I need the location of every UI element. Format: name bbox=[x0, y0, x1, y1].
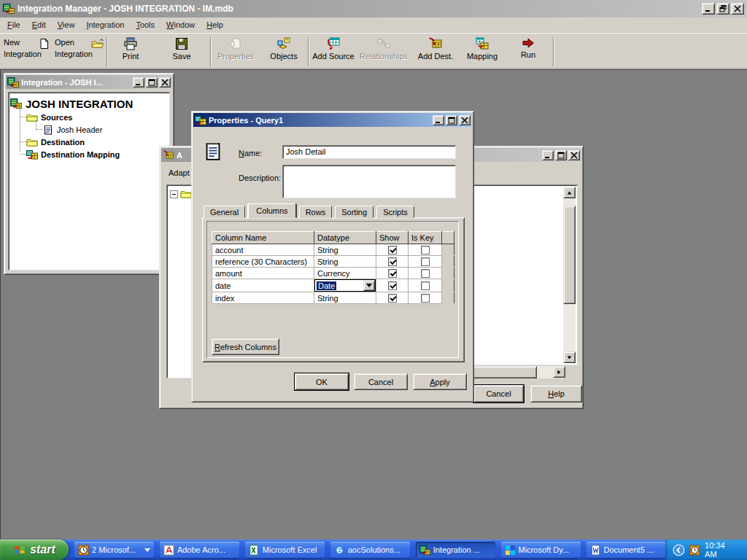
taskbar-item-document5[interactable]: Document5 ... bbox=[587, 542, 666, 558]
adapter-label: Adapt bbox=[169, 168, 190, 177]
show-checkbox[interactable] bbox=[388, 281, 397, 290]
dialog-close-button[interactable] bbox=[459, 115, 471, 125]
show-checkbox[interactable] bbox=[388, 269, 397, 278]
tree-item-destination[interactable]: Destination bbox=[26, 136, 168, 148]
integration-manager-app-icon bbox=[3, 3, 15, 15]
menu-window[interactable]: Window bbox=[160, 18, 201, 31]
ok-button[interactable]: OK bbox=[295, 373, 349, 390]
taskbar-item-adobe[interactable]: Adobe Acro... bbox=[160, 542, 239, 558]
integration-window-titlebar[interactable]: Integration - JOSH I... bbox=[6, 75, 172, 89]
open-folder-icon bbox=[90, 38, 105, 50]
adapter-help-button[interactable]: Help bbox=[530, 385, 582, 402]
toolbar-print-button[interactable]: Print bbox=[108, 36, 153, 68]
is-key-checkbox[interactable] bbox=[421, 257, 430, 266]
integration-minimize-button[interactable] bbox=[133, 77, 144, 88]
description-label: Description: bbox=[239, 174, 281, 182]
refresh-columns-button[interactable]: Refresh Columns bbox=[212, 338, 279, 355]
cell-column-name[interactable]: date bbox=[212, 279, 314, 292]
toolbar: New Integration Open Integration Print S… bbox=[0, 33, 747, 69]
menu-view[interactable]: View bbox=[52, 18, 81, 31]
tree-item-sources[interactable]: Sources bbox=[26, 111, 168, 123]
header-show[interactable]: Show bbox=[376, 232, 409, 244]
main-minimize-button[interactable] bbox=[702, 3, 715, 15]
main-restore-button[interactable] bbox=[716, 3, 729, 15]
toolbar-add-source-button[interactable]: Add Source bbox=[311, 36, 356, 68]
header-column-name[interactable]: Column Name bbox=[212, 232, 314, 244]
add-source-icon bbox=[326, 37, 341, 50]
cell-column-name[interactable]: amount bbox=[212, 268, 314, 279]
menu-file[interactable]: File bbox=[1, 18, 26, 31]
show-checkbox[interactable] bbox=[388, 294, 397, 303]
taskbar-item-microsoft-group[interactable]: 2 Microsof... bbox=[74, 542, 154, 558]
scroll-down-button[interactable] bbox=[563, 351, 576, 363]
adapter-close-button[interactable] bbox=[568, 150, 580, 160]
adapter-cancel-button[interactable]: Cancel bbox=[473, 385, 524, 402]
toolbar-add-dest-button[interactable]: Add Dest. bbox=[414, 36, 457, 68]
tab-sorting[interactable]: Sorting bbox=[335, 206, 374, 218]
menu-integration[interactable]: Integration bbox=[80, 18, 130, 31]
windows-flag-icon bbox=[13, 544, 26, 556]
minimize-icon bbox=[544, 152, 551, 159]
toolbar-mapping-button[interactable]: Mapping bbox=[461, 36, 503, 68]
scroll-right-button[interactable] bbox=[553, 366, 565, 378]
toolbar-run-button[interactable]: Run bbox=[511, 36, 546, 68]
taskbar-item-dynamics[interactable]: Microsoft Dy... bbox=[501, 542, 581, 558]
adapter-minimize-button[interactable] bbox=[542, 150, 554, 160]
is-key-checkbox[interactable] bbox=[421, 281, 430, 290]
is-key-checkbox[interactable] bbox=[421, 246, 430, 254]
cell-datatype[interactable]: String bbox=[314, 292, 376, 304]
taskbar-item-excel[interactable]: Microsoft Excel bbox=[245, 542, 325, 558]
name-label: Name: bbox=[239, 149, 262, 158]
tab-scripts[interactable]: Scripts bbox=[376, 206, 414, 218]
cell-column-name[interactable]: account bbox=[212, 244, 314, 256]
show-checkbox[interactable] bbox=[388, 246, 397, 254]
header-is-key[interactable]: Is Key bbox=[409, 232, 442, 244]
toolbar-save-button[interactable]: Save bbox=[159, 36, 204, 68]
is-key-checkbox[interactable] bbox=[421, 294, 430, 303]
toolbar-objects-button[interactable]: Objects bbox=[261, 36, 306, 68]
cell-column-name[interactable]: index bbox=[212, 292, 314, 304]
adapter-maximize-button[interactable] bbox=[555, 150, 567, 160]
taskbar-item-integration[interactable]: Integration ... bbox=[416, 542, 495, 558]
collapse-icon[interactable] bbox=[170, 190, 178, 198]
tree-root-josh-integration[interactable]: JOSH INTEGRATION bbox=[10, 96, 168, 111]
toolbar-open-integration-button[interactable]: Open Integration bbox=[53, 36, 107, 68]
main-close-button[interactable] bbox=[731, 3, 744, 15]
dialog-maximize-button[interactable] bbox=[446, 115, 457, 125]
menu-edit[interactable]: Edit bbox=[26, 18, 52, 31]
hide-icons-chevron-icon[interactable] bbox=[673, 544, 685, 556]
tray-clock-icon[interactable] bbox=[689, 545, 700, 556]
integration-close-button[interactable] bbox=[159, 77, 171, 88]
menu-tools[interactable]: Tools bbox=[130, 18, 160, 31]
combobox-dropdown-button[interactable] bbox=[363, 280, 375, 291]
tab-rows[interactable]: Rows bbox=[299, 206, 333, 218]
cell-datatype[interactable]: String bbox=[314, 256, 376, 268]
cell-column-name[interactable]: reference (30 Characters) bbox=[212, 256, 314, 268]
tab-general[interactable]: General bbox=[204, 206, 245, 218]
tab-columns[interactable]: Columns bbox=[248, 203, 295, 218]
menu-help[interactable]: Help bbox=[201, 18, 229, 31]
toolbar-new-integration-button[interactable]: New Integration bbox=[1, 36, 51, 68]
tree-item-destination-mapping[interactable]: Destination Mapping bbox=[26, 148, 168, 160]
clock-icon bbox=[78, 545, 89, 556]
dialog-minimize-button[interactable] bbox=[433, 115, 444, 125]
properties-dialog-titlebar[interactable]: Properties - Query1 bbox=[193, 113, 472, 127]
taskbar-item-aocsolutions[interactable]: aocSolutions... bbox=[330, 542, 410, 558]
start-button[interactable]: start bbox=[0, 540, 69, 560]
cell-datatype[interactable]: String bbox=[314, 244, 376, 256]
scroll-up-button[interactable] bbox=[563, 187, 576, 198]
integration-maximize-button[interactable] bbox=[146, 77, 158, 88]
datatype-combobox[interactable]: Date bbox=[314, 279, 376, 292]
run-arrow-icon bbox=[521, 37, 535, 49]
header-datatype[interactable]: Datatype bbox=[314, 232, 376, 244]
cancel-button[interactable]: Cancel bbox=[354, 373, 408, 390]
cell-datatype[interactable]: Currency bbox=[314, 268, 376, 279]
is-key-checkbox[interactable] bbox=[421, 269, 430, 278]
scrollbar-thumb[interactable] bbox=[563, 206, 576, 304]
name-input[interactable]: Josh Detail bbox=[282, 145, 456, 159]
show-checkbox[interactable] bbox=[388, 257, 397, 266]
vertical-scrollbar[interactable] bbox=[563, 187, 576, 363]
apply-button[interactable]: Apply bbox=[413, 373, 467, 390]
tree-item-josh-header[interactable]: Josh Header bbox=[42, 123, 168, 136]
description-input[interactable] bbox=[282, 165, 456, 198]
